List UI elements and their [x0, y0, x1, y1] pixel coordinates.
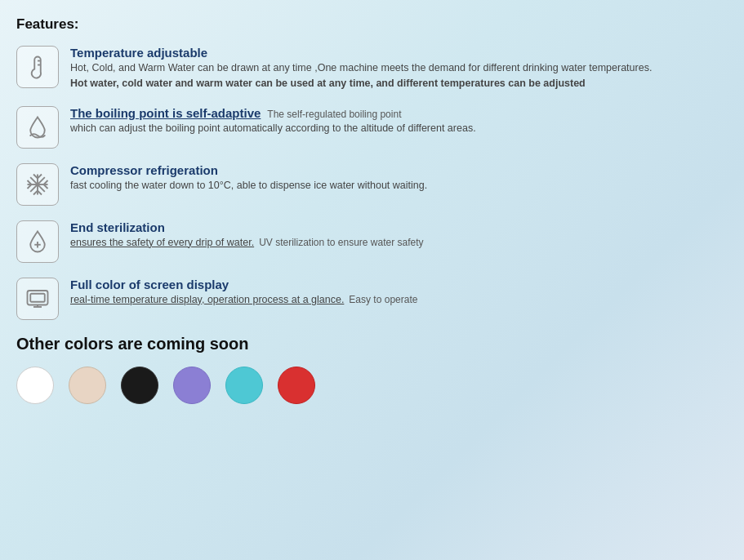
feature-title-line-full-color-display: Full color of screen display	[70, 278, 728, 292]
feature-content-compressor-refrigeration: Compressor refrigerationfast cooling the…	[70, 163, 728, 193]
feature-item-compressor-refrigeration: Compressor refrigerationfast cooling the…	[16, 163, 728, 206]
color-swatch-purple[interactable]	[173, 367, 211, 404]
color-swatch-black[interactable]	[121, 367, 158, 404]
feature-item-full-color-display: Full color of screen displayreal-time te…	[16, 278, 728, 320]
feature-title-compressor-refrigeration: Compressor refrigeration	[70, 163, 218, 177]
feature-desc-full-color-display: real-time temperature display, operation…	[70, 292, 728, 308]
feature-title-end-sterilization: End sterilization	[70, 220, 165, 234]
feature-desc-end-sterilization: ensures the safety of every drip of wate…	[70, 235, 728, 251]
feature-desc-text-compressor-refrigeration: fast cooling the water down to 10°C, abl…	[70, 180, 427, 191]
feature-item-boiling-point-adaptive: The boiling point is self-adaptiveThe se…	[16, 106, 728, 149]
features-list: Temperature adjustableHot, Cold, and War…	[16, 46, 728, 320]
colors-heading: Other colors are coming soon	[16, 335, 728, 353]
feature-title-full-color-display: Full color of screen display	[70, 278, 229, 291]
feature-item-temperature-adjustable: Temperature adjustableHot, Cold, and War…	[16, 46, 728, 91]
feature-title-line-compressor-refrigeration: Compressor refrigeration	[70, 163, 728, 178]
drop-plus-icon	[16, 220, 59, 263]
color-swatches-container	[16, 367, 728, 404]
color-swatch-white[interactable]	[16, 367, 54, 404]
feature-title-line-boiling-point-adaptive: The boiling point is self-adaptiveThe se…	[70, 106, 728, 121]
feature-desc2-temperature-adjustable: Hot water, cold water and warm water can…	[70, 78, 586, 89]
feature-extra-full-color-display: Easy to operate	[349, 294, 417, 305]
feature-desc-temperature-adjustable: Hot, Cold, and Warm Water can be drawn a…	[70, 60, 728, 91]
feature-content-boiling-point-adaptive: The boiling point is self-adaptiveThe se…	[70, 106, 728, 136]
drop-waves-icon	[16, 106, 59, 149]
color-swatch-red[interactable]	[278, 367, 315, 404]
screen-icon	[16, 278, 59, 320]
feature-desc-compressor-refrigeration: fast cooling the water down to 10°C, abl…	[70, 178, 728, 193]
section-features-label: Features:	[16, 16, 728, 33]
feature-desc-boiling-point-adaptive: which can adjust the boiling point autom…	[70, 121, 728, 136]
svg-rect-9	[30, 293, 45, 301]
feature-desc-text-temperature-adjustable: Hot, Cold, and Warm Water can be drawn a…	[70, 62, 652, 73]
color-swatch-beige[interactable]	[69, 367, 106, 404]
snowflake-icon	[16, 163, 59, 206]
feature-content-full-color-display: Full color of screen displayreal-time te…	[70, 278, 728, 308]
feature-title-line-temperature-adjustable: Temperature adjustable	[70, 46, 728, 60]
thermometer-icon	[16, 46, 59, 88]
feature-desc-text-full-color-display: real-time temperature display, operation…	[70, 294, 344, 305]
feature-content-end-sterilization: End sterilizationensures the safety of e…	[70, 220, 728, 251]
feature-item-end-sterilization: End sterilizationensures the safety of e…	[16, 220, 728, 263]
feature-subtitle-boiling-point-adaptive: The self-regulated boiling point	[267, 109, 401, 120]
feature-extra-end-sterilization: UV sterilization to ensure water safety	[259, 237, 423, 248]
feature-desc-text-end-sterilization: ensures the safety of every drip of wate…	[70, 237, 254, 248]
feature-title-boiling-point-adaptive: The boiling point is self-adaptive	[70, 106, 261, 120]
feature-title-temperature-adjustable: Temperature adjustable	[70, 46, 207, 60]
feature-content-temperature-adjustable: Temperature adjustableHot, Cold, and War…	[70, 46, 728, 91]
feature-desc-text-boiling-point-adaptive: which can adjust the boiling point autom…	[70, 122, 476, 134]
color-swatch-teal[interactable]	[225, 367, 263, 404]
feature-title-line-end-sterilization: End sterilization	[70, 220, 728, 235]
